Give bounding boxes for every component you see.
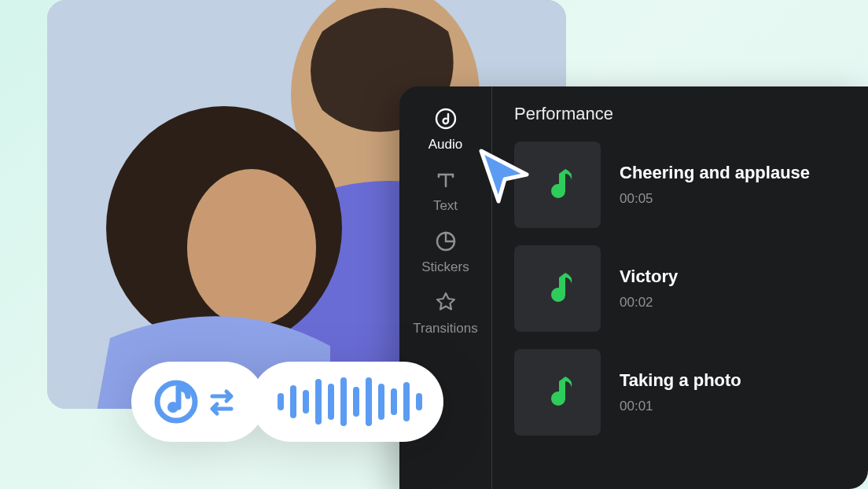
sidebar-item-stickers[interactable]: Stickers bbox=[410, 228, 481, 275]
swap-icon bbox=[212, 392, 231, 414]
sidebar-item-text[interactable]: Text bbox=[410, 167, 481, 214]
sidebar-item-transitions[interactable]: Transitions bbox=[410, 289, 481, 336]
audio-list: Performance Cheering and applause 00:05 bbox=[492, 86, 868, 489]
audio-track[interactable]: Cheering and applause 00:05 bbox=[514, 142, 846, 228]
music-note-icon bbox=[535, 163, 579, 207]
audio-swap-badge bbox=[131, 362, 443, 442]
track-title: Taking a photo bbox=[620, 370, 741, 391]
music-note-icon bbox=[535, 267, 579, 311]
badge-right bbox=[251, 362, 443, 442]
audio-track[interactable]: Taking a photo 00:01 bbox=[514, 349, 846, 436]
track-duration: 00:02 bbox=[620, 295, 678, 311]
music-note-icon bbox=[535, 370, 579, 414]
section-title: Performance bbox=[514, 104, 846, 124]
text-icon bbox=[432, 167, 459, 193]
track-duration: 00:01 bbox=[620, 399, 741, 414]
audio-panel: Audio Text Stickers bbox=[399, 86, 868, 489]
stickers-icon bbox=[432, 228, 459, 255]
audio-track[interactable]: Victory 00:02 bbox=[514, 245, 846, 332]
track-title: Cheering and applause bbox=[620, 163, 810, 183]
track-duration: 00:05 bbox=[620, 191, 810, 207]
cursor-icon bbox=[475, 146, 536, 208]
waveform-icon bbox=[265, 374, 430, 429]
sidebar-item-label: Stickers bbox=[421, 259, 469, 275]
disc-note-icon bbox=[157, 383, 195, 421]
badge-left bbox=[131, 362, 265, 442]
sidebar-item-label: Transitions bbox=[413, 321, 478, 336]
sidebar-item-label: Audio bbox=[428, 137, 462, 153]
sidebar-item-audio[interactable]: Audio bbox=[410, 105, 481, 153]
track-thumb bbox=[514, 349, 601, 436]
audio-icon bbox=[432, 105, 459, 132]
svg-point-3 bbox=[187, 169, 316, 326]
transitions-icon bbox=[432, 289, 459, 316]
track-title: Victory bbox=[620, 267, 678, 287]
track-thumb bbox=[514, 245, 601, 332]
sidebar-item-label: Text bbox=[433, 198, 458, 214]
